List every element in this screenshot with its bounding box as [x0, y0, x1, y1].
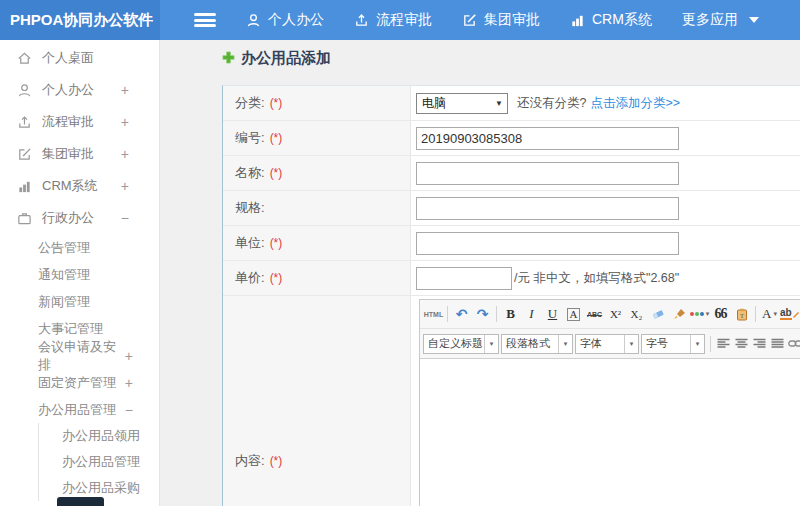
sidebar-item-crm[interactable]: CRM系统 +	[0, 170, 159, 202]
sidebar: 个人桌面 个人办公 + 流程审批 + 集团审批 +	[0, 40, 160, 506]
page-title: 办公用品添加	[222, 49, 331, 68]
form-row-code: 编号: (*)	[223, 121, 800, 156]
nav-workflow-approval[interactable]: 流程审批	[354, 11, 432, 29]
blockquote-button[interactable]: 66	[710, 304, 731, 324]
align-center-button[interactable]	[732, 334, 750, 354]
nav-more-apps[interactable]: 更多应用	[682, 11, 759, 29]
insert-link-button[interactable]	[786, 334, 800, 354]
superscript-button[interactable]: X²	[605, 304, 626, 324]
sidebar-subitem-fixed-assets[interactable]: 固定资产管理 +	[0, 369, 159, 396]
price-input[interactable]	[416, 267, 512, 290]
required-mark: (*)	[270, 271, 283, 285]
collapse-toggle[interactable]: −	[121, 210, 129, 226]
editor-toolbar-row1: HTML ↶ ↷ B I U A ABC X² X₂	[420, 300, 800, 329]
caret-down-icon: ▾	[558, 335, 572, 353]
app-logo: PHPOA协同办公软件	[0, 0, 160, 40]
form-row-price: 单价: (*) /元 非中文，如填写格式"2.68"	[223, 261, 800, 296]
nav-personal-office[interactable]: 个人办公	[246, 11, 324, 29]
sidebar-item-admin-office[interactable]: 行政办公 −	[0, 202, 159, 234]
link-status-bubble	[57, 497, 104, 506]
expand-toggle[interactable]: +	[121, 146, 129, 162]
code-input[interactable]	[416, 127, 679, 150]
editor-toolbar-row2: 自定义标题 ▾ 段落格式 ▾ 字体 ▾	[420, 329, 800, 359]
subscript-button[interactable]: X₂	[626, 304, 647, 324]
font-color-button[interactable]: A ▾	[759, 304, 780, 324]
code-label: 编号:	[235, 129, 265, 147]
rich-text-editor: HTML ↶ ↷ B I U A ABC X² X₂	[419, 299, 800, 506]
sidebar-subitem-notice[interactable]: 通知管理	[0, 261, 159, 288]
required-mark: (*)	[270, 166, 283, 180]
briefcase-icon	[17, 211, 32, 226]
expand-toggle[interactable]: +	[121, 82, 129, 98]
main-content: 办公用品添加 分类: (*) 电脑 ▼ 还没有分类? 点击添加分类>>	[160, 40, 800, 506]
eraser-icon	[651, 308, 665, 320]
editor-content-area[interactable]	[420, 359, 800, 506]
pen-icon	[792, 310, 800, 318]
align-right-icon	[753, 338, 766, 349]
category-label: 分类:	[235, 94, 265, 112]
align-justify-icon	[771, 338, 784, 349]
spec-label: 规格:	[235, 199, 265, 217]
category-select[interactable]: 电脑 ▼	[416, 93, 508, 114]
collapse-toggle[interactable]: −	[125, 402, 133, 418]
sidebar-item-group-approval[interactable]: 集团审批 +	[0, 138, 159, 170]
italic-button[interactable]: I	[521, 304, 542, 324]
required-mark: (*)	[270, 454, 283, 468]
menu-icon[interactable]	[194, 13, 216, 27]
add-category-link[interactable]: 点击添加分类>>	[590, 95, 680, 112]
share-up-icon	[17, 115, 32, 130]
bar-chart-icon	[17, 179, 32, 194]
expand-toggle[interactable]: +	[125, 348, 133, 364]
highlight-color-button[interactable]: ab ▾	[780, 304, 800, 324]
sidebar-item-workflow-approval[interactable]: 流程审批 +	[0, 106, 159, 138]
font-size-select[interactable]: 字号 ▾	[641, 334, 705, 354]
color-dots-icon	[690, 312, 704, 316]
form-row-content: 内容: (*) HTML ↶ ↷ B I	[223, 296, 800, 506]
name-label: 名称:	[235, 164, 265, 182]
strikethrough-button[interactable]: ABC	[584, 304, 605, 324]
redo-button[interactable]: ↷	[472, 304, 493, 324]
expand-toggle[interactable]: +	[121, 114, 129, 130]
expand-toggle[interactable]: +	[125, 375, 133, 391]
paragraph-format-select[interactable]: 段落格式 ▾	[501, 334, 573, 354]
color-dots-button[interactable]: ▾	[689, 304, 710, 324]
font-family-select[interactable]: 字体 ▾	[575, 334, 639, 354]
sidebar-subitem-supplies-claim[interactable]: 办公用品领用	[39, 423, 159, 449]
format-brush-button[interactable]	[668, 304, 689, 324]
sidebar-subitem-office-supplies[interactable]: 办公用品管理 −	[0, 396, 159, 423]
bold-button[interactable]: B	[500, 304, 521, 324]
spec-input[interactable]	[416, 197, 679, 220]
edit-icon	[17, 147, 32, 162]
select-caret-icon: ▼	[495, 99, 503, 108]
form-row-unit: 单位: (*)	[223, 226, 800, 261]
expand-toggle[interactable]: +	[121, 178, 129, 194]
sidebar-subitem-meeting[interactable]: 会议申请及安排 +	[0, 342, 159, 369]
brush-icon	[672, 308, 686, 321]
eraser-button[interactable]	[647, 304, 668, 324]
nav-group-approval[interactable]: 集团审批	[462, 11, 540, 29]
name-input[interactable]	[416, 162, 679, 185]
paste-text-button[interactable]: T	[731, 304, 752, 324]
link-icon	[788, 339, 800, 348]
sidebar-subitem-announcement[interactable]: 公告管理	[0, 234, 159, 261]
price-format-hint: /元 非中文，如填写格式"2.68"	[514, 270, 679, 287]
unit-input[interactable]	[416, 232, 679, 255]
format-box-button[interactable]: A	[567, 308, 581, 321]
edit-icon	[462, 13, 477, 28]
sidebar-item-desktop[interactable]: 个人桌面	[0, 42, 159, 74]
sidebar-subitem-supplies-manage[interactable]: 办公用品管理	[39, 449, 159, 475]
align-right-button[interactable]	[750, 334, 768, 354]
undo-button[interactable]: ↶	[451, 304, 472, 324]
html-source-button[interactable]: HTML	[423, 304, 444, 324]
top-navbar: PHPOA协同办公软件 个人办公 流程审批 集团审批	[0, 0, 800, 40]
sidebar-subitem-news[interactable]: 新闻管理	[0, 288, 159, 315]
heading-select[interactable]: 自定义标题 ▾	[423, 334, 499, 354]
home-icon	[17, 51, 32, 66]
align-center-icon	[735, 338, 748, 349]
sidebar-item-personal-office[interactable]: 个人办公 +	[0, 74, 159, 106]
align-left-button[interactable]	[714, 334, 732, 354]
underline-button[interactable]: U	[542, 304, 563, 324]
supplies-submenu: 办公用品领用 办公用品管理 办公用品采购	[38, 423, 159, 501]
nav-crm-system[interactable]: CRM系统	[570, 11, 652, 29]
align-justify-button[interactable]	[768, 334, 786, 354]
